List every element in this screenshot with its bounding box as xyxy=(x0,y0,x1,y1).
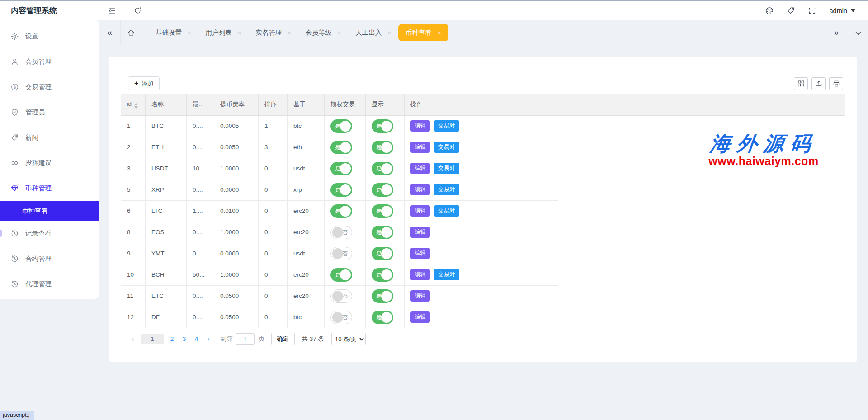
show-toggle[interactable]: 是 xyxy=(372,226,393,239)
columns-icon xyxy=(797,80,805,87)
plus-icon: + xyxy=(134,80,138,87)
edit-button[interactable]: 编辑 xyxy=(410,205,430,217)
sidebar-item-contracts[interactable]: 合约管理 xyxy=(0,246,99,271)
page-size-select[interactable]: 10 条/页 xyxy=(331,333,366,345)
tabs-menu-button[interactable] xyxy=(847,20,868,45)
cell-id-value: 2 xyxy=(127,144,131,151)
column-header-0[interactable]: id xyxy=(121,94,146,115)
cell-name: EOS xyxy=(146,222,187,243)
trade-pair-button[interactable]: 交易对 xyxy=(434,205,459,217)
close-icon[interactable]: × xyxy=(338,29,341,36)
option-toggle[interactable]: 是 xyxy=(330,119,352,133)
tab-basic-settings[interactable]: 基础设置× xyxy=(148,24,198,42)
goto-confirm-button[interactable]: 确定 xyxy=(271,333,295,345)
close-icon[interactable]: × xyxy=(387,29,391,36)
columns-toggle-button[interactable] xyxy=(794,77,808,90)
cell-fee: 0.0050 xyxy=(214,137,259,158)
menu-fold-button[interactable] xyxy=(99,7,125,15)
page-number-2[interactable]: 2 xyxy=(166,335,178,342)
sidebar-subitem-coin-view[interactable]: 币种查看 xyxy=(0,201,99,221)
sidebar-item-records[interactable]: 记录查看 xyxy=(0,221,99,246)
show-toggle[interactable]: 是 xyxy=(372,119,393,133)
page-number-3[interactable]: 3 xyxy=(178,335,190,342)
tab-user-list[interactable]: 用户列表× xyxy=(198,24,249,42)
sidebar-item-admins[interactable]: 管理员 xyxy=(0,99,99,125)
show-toggle[interactable]: 是 xyxy=(372,311,393,324)
theme-palette-icon[interactable] xyxy=(765,7,774,15)
tab-manual-io[interactable]: 人工出入× xyxy=(348,24,398,42)
option-toggle[interactable]: 是 xyxy=(330,183,352,197)
sidebar-item-members[interactable]: 会员管理 xyxy=(0,49,99,74)
cell-base-value: erc20 xyxy=(293,229,309,236)
cell-base-value: erc20 xyxy=(293,271,309,278)
history-icon xyxy=(11,230,19,237)
print-button[interactable] xyxy=(829,77,843,90)
trade-pair-button[interactable]: 交易对 xyxy=(434,163,459,174)
edit-button[interactable]: 编辑 xyxy=(410,311,430,323)
option-toggle[interactable]: 是 xyxy=(330,162,352,175)
tabs-scroll-left-button[interactable]: « xyxy=(99,20,120,45)
option-toggle[interactable]: 否 xyxy=(330,289,352,303)
column-header-1: 名称 xyxy=(146,94,187,115)
close-icon[interactable]: × xyxy=(238,29,241,36)
tab-realname[interactable]: 实名管理× xyxy=(248,24,298,42)
option-toggle[interactable]: 否 xyxy=(330,311,352,324)
cell-sort-value: 0 xyxy=(264,293,268,299)
option-toggle[interactable]: 是 xyxy=(330,141,352,154)
close-icon[interactable]: × xyxy=(188,29,191,36)
trade-pair-button[interactable]: 交易对 xyxy=(434,142,459,153)
tab-coin-view[interactable]: 币种查看× xyxy=(398,24,448,41)
show-toggle[interactable]: 是 xyxy=(372,268,393,282)
user-icon xyxy=(11,58,19,66)
sidebar-item-settings[interactable]: 设置 xyxy=(0,24,99,49)
edit-button[interactable]: 编辑 xyxy=(410,184,430,195)
user-menu[interactable]: admin xyxy=(830,7,856,14)
username: admin xyxy=(830,7,848,14)
goto-page-input[interactable] xyxy=(236,333,255,345)
tag-icon[interactable] xyxy=(787,7,795,14)
tab-member-level[interactable]: 会员等级× xyxy=(298,24,349,42)
sidebar-item-coins[interactable]: 币种管理 xyxy=(0,175,99,201)
cell-filler xyxy=(558,243,846,264)
sidebar-item-feedback[interactable]: 投拆建议 xyxy=(0,150,99,175)
refresh-button[interactable] xyxy=(125,7,150,14)
sidebar-item-news[interactable]: 新闻 xyxy=(0,125,99,150)
close-icon[interactable]: × xyxy=(438,29,441,36)
trade-pair-button[interactable]: 交易对 xyxy=(434,120,459,132)
fullscreen-icon[interactable] xyxy=(808,7,816,14)
sidebar-item-trades[interactable]: $交易管理 xyxy=(0,74,99,99)
edit-button[interactable]: 编辑 xyxy=(410,163,430,174)
cell-id-value: 1 xyxy=(127,123,131,129)
edit-button[interactable]: 编辑 xyxy=(410,248,430,259)
edit-button[interactable]: 编辑 xyxy=(410,290,430,302)
show-toggle[interactable]: 是 xyxy=(372,141,393,154)
edit-button[interactable]: 编辑 xyxy=(410,120,430,132)
sidebar-scrollbar-thumb[interactable] xyxy=(0,230,2,237)
option-toggle[interactable]: 否 xyxy=(330,247,352,260)
show-toggle[interactable]: 是 xyxy=(372,183,393,197)
export-button[interactable] xyxy=(811,77,826,90)
show-toggle[interactable]: 是 xyxy=(372,204,393,218)
page-number-1[interactable]: 1 xyxy=(141,334,164,344)
trade-pair-button[interactable]: 交易对 xyxy=(434,269,459,280)
next-page-button[interactable]: › xyxy=(203,335,214,343)
show-toggle[interactable]: 是 xyxy=(372,162,393,175)
prev-page-button[interactable]: ‹ xyxy=(127,335,139,343)
edit-button[interactable]: 编辑 xyxy=(410,227,430,238)
trade-pair-button[interactable]: 交易对 xyxy=(434,184,459,195)
tabs-scroll-right-button[interactable]: » xyxy=(826,20,847,45)
option-toggle[interactable]: 是 xyxy=(330,268,352,282)
show-toggle[interactable]: 是 xyxy=(372,247,393,260)
close-icon[interactable]: × xyxy=(288,29,291,36)
page-number-4[interactable]: 4 xyxy=(190,335,203,342)
cell-base: erc20 xyxy=(288,200,325,222)
add-button[interactable]: + 添加 xyxy=(128,76,160,90)
edit-button[interactable]: 编辑 xyxy=(410,269,430,280)
option-toggle[interactable]: 否 xyxy=(330,226,352,239)
home-tab-button[interactable] xyxy=(121,20,142,45)
sidebar-item-agents[interactable]: 代理管理 xyxy=(0,271,99,297)
show-toggle[interactable]: 是 xyxy=(372,289,393,303)
option-toggle[interactable]: 是 xyxy=(330,204,352,218)
edit-button[interactable]: 编辑 xyxy=(410,142,430,153)
sort-icon[interactable] xyxy=(134,103,138,109)
